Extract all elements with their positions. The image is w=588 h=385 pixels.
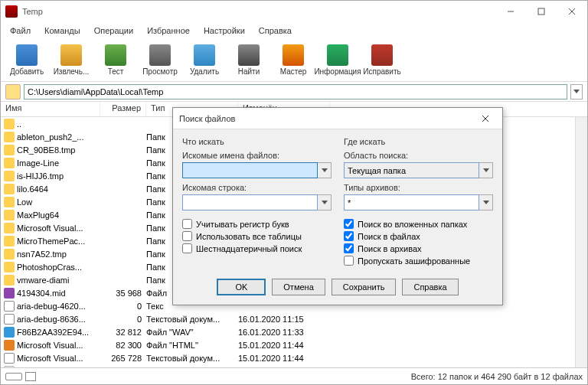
toolbar-icon <box>371 44 393 66</box>
file-name: Microsoft Visual... <box>17 223 100 233</box>
file-name: wct1F12.tmp <box>17 367 100 368</box>
string-combo[interactable] <box>182 194 332 210</box>
maximize-button[interactable] <box>526 1 557 22</box>
file-type: Файл "HTML" <box>146 341 238 350</box>
menu-item[interactable]: Избранное <box>141 24 196 37</box>
up-folder-icon[interactable] <box>5 84 21 100</box>
path-input[interactable] <box>24 84 567 100</box>
string-label: Искомая строка: <box>182 183 332 192</box>
area-combo[interactable] <box>344 162 493 178</box>
dialog-titlebar: Поиск файлов <box>173 108 502 129</box>
area-input[interactable] <box>344 162 479 178</box>
file-date: 16.01.2020 2:40 <box>238 367 330 368</box>
chk-inarchives[interactable]: Поиск в архивах <box>344 243 493 253</box>
toolbar-button[interactable]: Информация <box>316 41 359 80</box>
window-title: Temp <box>22 7 495 16</box>
filenames-input[interactable] <box>182 162 318 178</box>
file-icon <box>4 366 15 368</box>
chevron-down-icon[interactable] <box>318 162 332 178</box>
toolbar-button[interactable]: Добавить <box>5 41 48 80</box>
svg-marker-9 <box>483 168 489 172</box>
chk-alltables[interactable]: Использовать все таблицы <box>182 231 332 241</box>
list-item[interactable]: Microsoft Visual...265 728Текстовый доку… <box>1 351 587 364</box>
chevron-down-icon[interactable] <box>479 194 493 210</box>
svg-rect-1 <box>538 8 544 15</box>
toolbar-button[interactable]: Исправить <box>361 41 403 80</box>
file-name: is-HIJJ6.tmp <box>17 171 100 181</box>
filenames-combo[interactable] <box>182 162 332 178</box>
pathbar <box>1 82 587 102</box>
titlebar: Temp <box>1 1 587 22</box>
toolbar-button[interactable]: Извлечь... <box>50 41 93 80</box>
file-type: Файл "TMP" <box>146 367 238 368</box>
file-size: 82 300 <box>100 341 146 350</box>
chk-subfolders[interactable]: Поиск во вложенных папках <box>344 219 493 229</box>
list-item[interactable]: wct1F12.tmp22 502Файл "TMP"16.01.2020 2:… <box>1 364 587 367</box>
archives-label: Типы архивов: <box>344 183 493 192</box>
list-item[interactable]: aria-debug-8636...0Текстовый докум...16.… <box>1 312 587 325</box>
toolbar-icon <box>105 44 126 66</box>
toolbar-label: Добавить <box>10 67 44 76</box>
statusbar: Всего: 12 папок и 464 290 байт в 12 файл… <box>1 367 587 384</box>
file-size: 0 <box>100 315 146 324</box>
archives-combo[interactable] <box>344 194 493 210</box>
list-item[interactable]: Microsoft Visual...82 300Файл "HTML"15.0… <box>1 338 587 351</box>
menu-item[interactable]: Файл <box>4 24 37 37</box>
toolbar: ДобавитьИзвлечь...ТестПросмотрУдалитьНай… <box>1 39 587 82</box>
toolbar-button[interactable]: Просмотр <box>139 41 181 80</box>
chk-case[interactable]: Учитывать регистр букв <box>182 219 332 229</box>
dialog-title: Поиск файлов <box>179 114 475 123</box>
file-size: 22 502 <box>100 367 146 368</box>
toolbar-icon <box>194 44 215 66</box>
svg-marker-4 <box>573 90 580 93</box>
menubar: ФайлКомандыОперацииИзбранноеНастройкиСпр… <box>1 22 587 39</box>
help-button[interactable]: Справка <box>402 279 458 295</box>
toolbar-button[interactable]: Тест <box>94 41 137 80</box>
file-name: nsn7A52.tmp <box>17 250 100 259</box>
archives-input[interactable] <box>344 194 479 210</box>
toolbar-button[interactable]: Удалить <box>183 41 226 80</box>
col-size[interactable]: Размер <box>100 102 146 116</box>
file-icon <box>4 275 15 285</box>
chevron-down-icon[interactable] <box>479 162 493 178</box>
file-icon <box>4 145 15 155</box>
col-name[interactable]: Имя <box>1 102 100 116</box>
file-name: Low <box>17 197 100 207</box>
toolbar-button[interactable]: Мастер <box>272 41 315 80</box>
cancel-button[interactable]: Отмена <box>272 279 325 295</box>
menu-item[interactable]: Настройки <box>198 24 251 37</box>
close-button[interactable] <box>557 1 587 22</box>
chevron-down-icon[interactable] <box>318 194 332 210</box>
toolbar-icon <box>327 44 348 66</box>
toolbar-label: Исправить <box>363 67 400 76</box>
ok-button[interactable]: OK <box>217 279 266 295</box>
file-icon <box>4 223 15 233</box>
menu-item[interactable]: Операции <box>88 24 139 37</box>
toolbar-icon <box>60 44 82 66</box>
app-icon <box>5 5 18 18</box>
menu-item[interactable]: Справка <box>253 24 298 37</box>
dialog-close-button[interactable] <box>475 108 496 129</box>
toolbar-label: Извлечь... <box>54 67 90 76</box>
file-icon <box>4 236 15 246</box>
svg-marker-7 <box>322 168 328 172</box>
file-name: CR_90BE8.tmp <box>17 145 100 155</box>
string-input[interactable] <box>182 194 318 210</box>
toolbar-icon <box>16 44 38 66</box>
scrollbar[interactable] <box>575 117 587 367</box>
minimize-button[interactable] <box>495 1 526 22</box>
chk-hex[interactable]: Шестнадцатеричный поиск <box>182 243 332 253</box>
file-name: PhotoshopCras... <box>17 263 100 272</box>
chk-infiles[interactable]: Поиск в файлах <box>344 231 493 241</box>
menu-item[interactable]: Команды <box>38 24 87 37</box>
file-name: Microsoft Visual... <box>17 341 100 350</box>
toolbar-button[interactable]: Найти <box>227 41 270 80</box>
group-where: Где искать <box>344 137 493 146</box>
list-item[interactable]: F86B2AA392E94...32 812Файл "WAV"16.01.20… <box>1 325 587 338</box>
path-dropdown[interactable] <box>570 84 583 100</box>
chk-skipenc[interactable]: Пропускать зашифрованные <box>344 256 493 266</box>
find-files-dialog: Поиск файлов Что искать Искомые имена фа… <box>172 107 503 305</box>
file-name: F86B2AA392E94... <box>17 328 100 337</box>
save-button[interactable]: Сохранить <box>332 279 397 295</box>
file-icon <box>4 262 15 272</box>
